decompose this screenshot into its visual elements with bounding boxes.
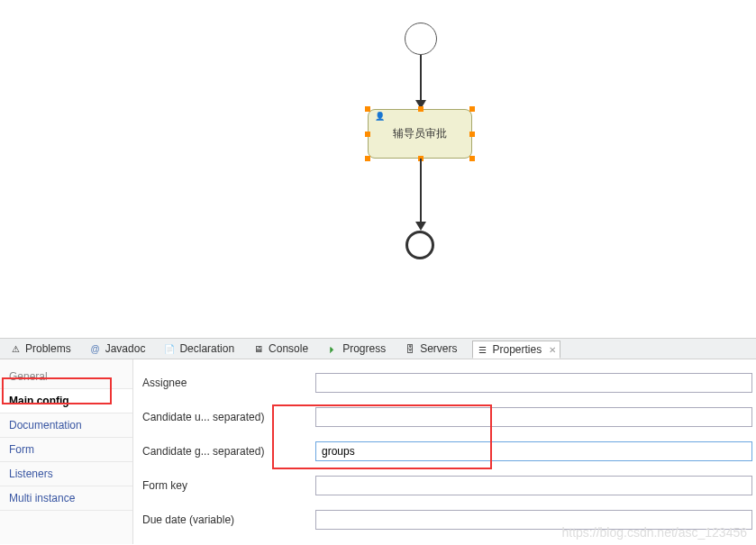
side-tab-listeners[interactable]: Listeners: [0, 462, 132, 486]
resize-handle[interactable]: [365, 106, 370, 112]
progress-icon: ⏵: [326, 342, 339, 355]
tab-progress[interactable]: ⏵ Progress: [323, 341, 389, 357]
resize-handle[interactable]: [365, 132, 370, 137]
tab-label: Problems: [25, 342, 71, 355]
properties-icon: ☰: [477, 343, 489, 356]
user-task-icon: [374, 114, 387, 123]
side-tab-form[interactable]: Form: [0, 438, 132, 462]
end-event-circle[interactable]: [405, 231, 434, 259]
resize-handle[interactable]: [418, 106, 424, 112]
servers-icon: 🗄: [404, 342, 416, 355]
tab-label: Console: [269, 342, 308, 355]
input-candidate-users[interactable]: [315, 407, 752, 427]
tab-declaration[interactable]: 📄 Declaration: [159, 341, 238, 357]
label-due-date: Due date (variable): [142, 513, 315, 526]
tab-console[interactable]: 🖥 Console: [249, 341, 312, 357]
row-assignee: Assignee: [142, 368, 756, 397]
label-assignee: Assignee: [142, 377, 315, 389]
resize-handle[interactable]: [469, 132, 475, 137]
console-icon: 🖥: [252, 342, 265, 355]
row-priority: Priority: [142, 540, 756, 545]
side-tab-main-config[interactable]: Main config: [0, 389, 132, 413]
user-task-box[interactable]: 辅导员审批: [368, 109, 472, 159]
tab-label: Progress: [342, 342, 386, 355]
start-event-circle[interactable]: [405, 23, 437, 55]
close-icon[interactable]: ✕: [549, 345, 556, 355]
tab-label: Servers: [420, 342, 457, 355]
properties-form: Assignee Candidate u... separated) Candi…: [133, 359, 756, 544]
label-candidate-users: Candidate u... separated): [142, 411, 315, 423]
row-form-key: Form key: [142, 471, 756, 500]
javadoc-icon: @: [89, 342, 102, 355]
views-tab-bar: ⚠ Problems @ Javadoc 📄 Declaration 🖥 Con…: [0, 338, 756, 359]
tab-label: Properties: [493, 343, 542, 356]
flow-arrow-1[interactable]: [420, 55, 422, 107]
label-candidate-groups: Candidate g... separated): [142, 445, 315, 458]
flow-arrow-2[interactable]: [420, 159, 422, 229]
tab-problems[interactable]: ⚠ Problems: [5, 341, 75, 357]
tab-label: Declaration: [179, 342, 234, 355]
input-assignee[interactable]: [315, 373, 752, 393]
input-candidate-groups[interactable]: [315, 441, 752, 461]
properties-panel: General Main config Documentation Form L…: [0, 359, 756, 544]
tab-javadoc[interactable]: @ Javadoc: [86, 341, 150, 357]
declaration-icon: 📄: [163, 342, 176, 355]
label-form-key: Form key: [142, 479, 315, 492]
resize-handle[interactable]: [469, 106, 475, 112]
side-tab-multi-instance[interactable]: Multi instance: [0, 486, 132, 511]
diagram-canvas[interactable]: 辅导员审批: [0, 0, 756, 338]
row-candidate-users: Candidate u... separated): [142, 403, 756, 431]
input-form-key[interactable]: [315, 476, 752, 495]
task-label: 辅导员审批: [393, 126, 447, 141]
problems-icon: ⚠: [9, 342, 22, 355]
resize-handle[interactable]: [469, 156, 475, 161]
row-candidate-groups: Candidate g... separated): [142, 437, 756, 466]
tab-label: Javadoc: [105, 342, 146, 355]
resize-handle[interactable]: [365, 156, 370, 161]
tab-servers[interactable]: 🗄 Servers: [400, 341, 460, 357]
watermark-text: https://blog.csdn.net/asc_123456: [562, 525, 747, 540]
side-tab-documentation[interactable]: Documentation: [0, 413, 132, 438]
tab-properties[interactable]: ☰ Properties ✕: [472, 341, 561, 359]
properties-side-tabs: General Main config Documentation Form L…: [0, 359, 133, 544]
side-tab-general[interactable]: General: [0, 365, 132, 389]
